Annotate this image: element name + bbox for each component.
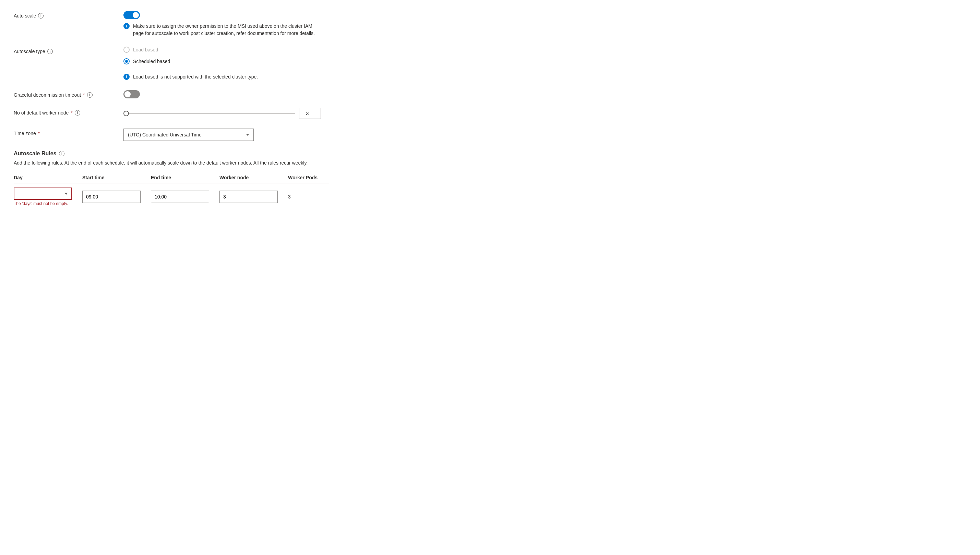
radio-circle-load-based [124,47,130,53]
graceful-decommission-required: * [83,92,85,98]
auto-scale-toggle-slider [124,11,140,19]
table-header: Day Start time End time Worker node Work… [14,175,329,183]
autoscale-rules-title: Autoscale Rules i [14,151,329,157]
start-time-input[interactable] [82,191,141,203]
time-zone-control: (UTC) Coordinated Universal Time [124,128,329,141]
worker-node-label: No of default worker node * i [14,108,124,115]
auto-scale-info-icon[interactable]: i [38,13,43,19]
day-chevron-icon [64,192,68,195]
radio-label-load-based: Load based [133,47,158,53]
worker-node-required: * [71,110,72,115]
worker-pods-value: 3 [288,194,291,199]
graceful-decommission-label: Graceful decommission timeout * i [14,90,124,98]
table-cell-end-time [151,191,220,203]
auto-scale-info-banner: i Make sure to assign the owner permissi… [124,22,322,37]
auto-scale-control: i Make sure to assign the owner permissi… [124,11,329,37]
time-zone-required: * [38,131,40,136]
auto-scale-row: Auto scale i i Make sure to assign the o… [14,11,329,37]
autoscale-type-control: Load based Scheduled based i Load based … [124,47,329,80]
table-cell-worker-pods: 3 [288,194,343,199]
worker-node-table-input[interactable] [220,191,278,203]
end-time-input[interactable] [151,191,209,203]
autoscale-type-row: Autoscale type i Load based Scheduled ba… [14,47,329,80]
worker-node-slider-container [124,108,329,119]
auto-scale-toggle[interactable] [124,11,140,19]
col-start-time: Start time [82,175,151,180]
auto-scale-info-text: Make sure to assign the owner permission… [133,22,322,37]
graceful-decommission-toggle-slider [124,90,140,98]
auto-scale-label: Auto scale i [14,11,124,19]
time-zone-label: Time zone * [14,128,124,136]
info-circle-icon: i [124,23,130,29]
autoscale-rules-description: Add the following rules. At the end of e… [14,159,329,167]
table-cell-start-time [82,191,151,203]
autoscale-type-label: Autoscale type i [14,47,124,54]
col-end-time: End time [151,175,220,180]
graceful-decommission-info-icon[interactable]: i [87,92,93,98]
load-based-warning-text: Load based is not supported with the sel… [133,73,258,80]
load-based-warning-banner: i Load based is not supported with the s… [124,73,322,80]
table-row: The 'days' must not be empty. 3 [14,186,329,207]
time-zone-selected-value: (UTC) Coordinated Universal Time [128,132,202,138]
worker-node-input[interactable] [299,108,321,119]
radio-circle-scheduled-based [124,58,130,64]
autoscale-rules-info-icon[interactable]: i [59,151,64,156]
worker-node-slider-thumb[interactable] [124,111,129,116]
radio-scheduled-based[interactable]: Scheduled based [124,58,329,64]
table-cell-day: The 'days' must not be empty. [14,188,82,206]
autoscale-rules-section: Autoscale Rules i Add the following rule… [14,151,329,207]
col-worker-node: Worker node [220,175,288,180]
day-error-text: The 'days' must not be empty. [14,201,72,206]
worker-node-row: No of default worker node * i [14,108,329,119]
worker-node-slider-track[interactable] [124,113,295,114]
time-zone-dropdown[interactable]: (UTC) Coordinated Universal Time [124,128,254,141]
graceful-decommission-row: Graceful decommission timeout * i [14,90,329,98]
graceful-decommission-control [124,90,329,98]
table-cell-worker-node [220,191,288,203]
day-select[interactable] [14,188,72,200]
graceful-decommission-toggle[interactable] [124,90,140,98]
autoscale-type-radio-group: Load based Scheduled based i Load based … [124,47,329,80]
chevron-down-icon [246,134,249,136]
radio-load-based[interactable]: Load based [124,47,329,53]
time-zone-row: Time zone * (UTC) Coordinated Universal … [14,128,329,141]
radio-label-scheduled-based: Scheduled based [133,59,170,64]
load-based-warning-icon: i [124,74,130,80]
worker-node-control [124,108,329,119]
worker-node-info-icon[interactable]: i [75,110,80,115]
autoscale-type-info-icon[interactable]: i [47,49,53,54]
autoscale-rules-table: Day Start time End time Worker node Work… [14,175,329,207]
col-worker-pods: Worker Pods [288,175,343,180]
col-day: Day [14,175,82,180]
